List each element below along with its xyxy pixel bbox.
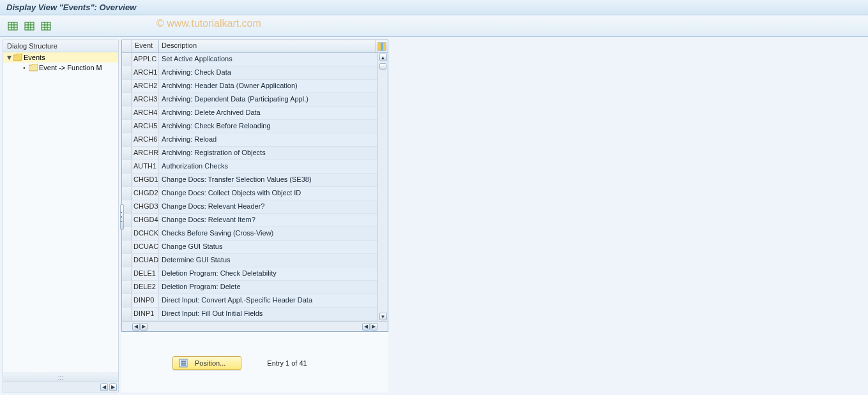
table-row[interactable]: ARCH2Archiving: Header Data (Owner Appli…	[122, 80, 388, 93]
svg-rect-22	[181, 364, 186, 366]
folder-closed-icon	[29, 64, 38, 71]
toolbar-button-2[interactable]	[23, 20, 36, 33]
dialog-structure-tree: ▼ Events • Event -> Function M	[3, 52, 118, 373]
svg-rect-16	[378, 43, 381, 50]
toolbar-button-1[interactable]	[6, 20, 19, 33]
table-body: APPLCSet Active ApplicationsARCH1Archivi…	[122, 53, 388, 321]
vertical-splitter[interactable]: • • •	[120, 45, 124, 389]
svg-rect-17	[381, 43, 383, 50]
splitter-handle-icon: • • •	[120, 204, 124, 230]
cell-description: Archiving: Dependent Data (Participating…	[159, 93, 388, 106]
cell-description: Change Docs: Transfer Selection Values (…	[159, 174, 388, 186]
position-button-label: Position...	[195, 359, 225, 367]
cell-event: APPLC	[132, 53, 159, 66]
position-icon	[178, 359, 188, 368]
grid-panel: Event Description APPLCSet Active Applic…	[121, 40, 388, 392]
tree-collapse-icon[interactable]: ▼	[6, 54, 12, 61]
scroll-left-icon[interactable]: ◀	[100, 384, 108, 391]
column-header-event[interactable]: Event	[132, 40, 159, 52]
dialog-structure-header: Dialog Structure	[3, 40, 118, 52]
table-row[interactable]: ARCH3Archiving: Dependent Data (Particip…	[122, 93, 388, 107]
dialog-structure-hscroll: ◀ ▶	[3, 382, 118, 392]
cell-event: ARCH4	[132, 107, 159, 119]
table-row[interactable]: CHGD4Change Docs: Relevant Item?	[122, 214, 388, 227]
horizontal-scrollbar[interactable]: ◀ ▶ ◀ ▶	[122, 321, 388, 331]
table-row[interactable]: DINP0Direct Input: Convert Appl.-Specifi…	[122, 294, 388, 308]
tree-item-event-function[interactable]: • Event -> Function M	[3, 63, 118, 73]
cell-event: DCUAD	[132, 254, 159, 267]
table-row[interactable]: AUTH1Authorization Checks	[122, 160, 388, 174]
cell-event: CHGD2	[132, 187, 159, 200]
cell-event: DELE2	[132, 281, 159, 294]
scroll-up-icon[interactable]: ▲	[379, 54, 387, 61]
cell-event: DCHCK	[132, 227, 159, 240]
cell-event: ARCH6	[132, 133, 159, 146]
table-row[interactable]: DCUACChange GUI Status	[122, 241, 388, 254]
tree-item-events[interactable]: ▼ Events	[3, 52, 118, 63]
table-row[interactable]: DCUADDetermine GUI Status	[122, 254, 388, 267]
horizontal-splitter[interactable]: :::	[3, 373, 118, 382]
table-row[interactable]: ARCH5Archiving: Check Before Reloading	[122, 120, 388, 133]
table-row[interactable]: ARCHRArchiving: Registration of Objects	[122, 147, 388, 160]
toolbar-button-3[interactable]	[40, 20, 52, 33]
cell-event: DINP1	[132, 308, 159, 320]
table-row[interactable]: ARCH1Archiving: Check Data	[122, 66, 388, 80]
cell-description: Checks Before Saving (Cross-View)	[159, 227, 388, 240]
tree-bullet-icon: •	[21, 64, 27, 71]
column-header-description[interactable]: Description	[159, 40, 376, 52]
table-settings-button[interactable]	[376, 40, 388, 52]
scroll-right-icon[interactable]: ▶	[140, 323, 148, 331]
cell-description: Archiving: Check Data	[159, 66, 388, 79]
cell-event: DINP0	[132, 294, 159, 307]
tree-item-label: Events	[24, 54, 45, 61]
cell-description: Archiving: Registration of Objects	[159, 147, 388, 160]
spreadsheet-icon	[8, 21, 18, 31]
cell-event: ARCH1	[132, 66, 159, 79]
cell-event: AUTH1	[132, 160, 159, 173]
table-row[interactable]: DELE2Deletion Program: Delete	[122, 281, 388, 294]
scroll-left-icon[interactable]: ◀	[132, 323, 140, 331]
table-row[interactable]: ARCH4Archiving: Delete Archived Data	[122, 107, 388, 120]
table-settings-icon	[377, 42, 386, 51]
table-row[interactable]: DINP1Direct Input: Fill Out Initial Fiel…	[122, 308, 388, 321]
vertical-scrollbar[interactable]: ▲ ▼	[377, 53, 388, 321]
cell-event: DELE1	[132, 267, 159, 280]
cell-description: Deletion Program: Delete	[159, 281, 388, 294]
dialog-structure-panel: Dialog Structure ▼ Events • Event -> Fun…	[3, 40, 119, 392]
cell-description: Archiving: Check Before Reloading	[159, 120, 388, 133]
scroll-track[interactable]	[378, 62, 388, 312]
table-header: Event Description	[122, 40, 388, 53]
svg-rect-18	[383, 43, 386, 50]
table-row[interactable]: DCHCKChecks Before Saving (Cross-View)	[122, 227, 388, 241]
cell-description: Direct Input: Fill Out Initial Fields	[159, 308, 388, 320]
scroll-right-icon[interactable]: ▶	[109, 384, 117, 391]
cell-description: Set Active Applications	[159, 53, 388, 66]
cell-description: Archiving: Header Data (Owner Applicatio…	[159, 80, 388, 93]
scroll-right-icon[interactable]: ▶	[370, 323, 377, 331]
svg-rect-0	[8, 22, 17, 30]
cell-description: Change Docs: Relevant Header?	[159, 200, 388, 213]
cell-event: ARCH3	[132, 93, 159, 106]
entry-counter: Entry 1 of 41	[267, 359, 307, 367]
cell-description: Direct Input: Convert Appl.-Specific Hea…	[159, 294, 388, 307]
scroll-left-icon[interactable]: ◀	[362, 323, 370, 331]
scroll-thumb[interactable]	[379, 63, 386, 70]
position-button[interactable]: Position...	[172, 356, 241, 370]
cell-description: Change Docs: Relevant Item?	[159, 214, 388, 227]
cell-description: Change GUI Status	[159, 241, 388, 253]
cell-description: Archiving: Reload	[159, 133, 388, 146]
cell-description: Determine GUI Status	[159, 254, 388, 267]
scroll-down-icon[interactable]: ▼	[379, 313, 387, 320]
table-row[interactable]: CHGD3Change Docs: Relevant Header?	[122, 200, 388, 214]
cell-description: Change Docs: Collect Objects with Object…	[159, 187, 388, 200]
svg-rect-20	[181, 361, 186, 362]
table-row[interactable]: ARCH6Archiving: Reload	[122, 133, 388, 147]
svg-rect-21	[181, 362, 186, 364]
svg-rect-10	[42, 22, 50, 30]
table-row[interactable]: CHGD2Change Docs: Collect Objects with O…	[122, 187, 388, 200]
table-row[interactable]: DELE1Deletion Program: Check Deletabilit…	[122, 267, 388, 281]
watermark: © www.tutorialkart.com	[156, 18, 261, 29]
table-row[interactable]: CHGD1Change Docs: Transfer Selection Val…	[122, 174, 388, 187]
svg-rect-5	[25, 22, 34, 30]
table-row[interactable]: APPLCSet Active Applications	[122, 53, 388, 66]
